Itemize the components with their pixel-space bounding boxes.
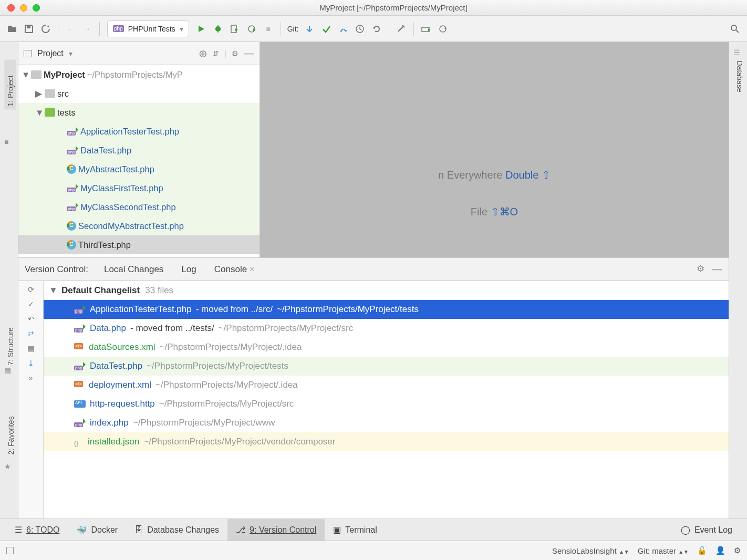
hide-panel-button[interactable]: —: [712, 263, 722, 275]
changelist-header[interactable]: ▼ Default Changelist 33 files: [44, 281, 729, 300]
changelist-name: Default Changelist: [61, 285, 140, 296]
tree-file[interactable]: ApplicationTesterTest.php: [18, 122, 260, 141]
tab-console[interactable]: Console ×: [212, 260, 257, 279]
folder-icon: ■: [4, 138, 8, 146]
statusbar: SensioLabsInsight ▲▼ Git: master ▲▼ 🔓 👤 …: [0, 541, 747, 560]
file-path: ~/PhpstormProjects/MyProject/src: [159, 399, 294, 409]
file-path: ~/PhpstormProjects/MyProject/.idea: [160, 342, 302, 352]
tree-file[interactable]: SecondMyAbstractTest.php: [18, 216, 260, 235]
tree-file[interactable]: MyClassFirstTest.php: [18, 179, 260, 198]
profile-button[interactable]: [244, 21, 260, 37]
close-window-button[interactable]: [7, 4, 15, 12]
changelist-row[interactable]: dataSources.xml ~/PhpstormProjects/MyPro…: [44, 338, 729, 357]
sync-button[interactable]: [38, 21, 54, 37]
collapse-button[interactable]: ⇵: [213, 49, 219, 58]
tree-file[interactable]: MyClassSecondTest.php: [18, 198, 260, 216]
inspector-icon[interactable]: 👤: [715, 546, 725, 555]
compare-icon[interactable]: ⇄: [28, 329, 34, 338]
project-view-icon: [24, 50, 32, 57]
lock-icon[interactable]: 🔓: [697, 546, 707, 555]
dropdown-icon[interactable]: ▾: [69, 49, 72, 58]
git-history-button[interactable]: [352, 21, 368, 37]
tree-file[interactable]: MyAbstractTest.php: [18, 160, 260, 179]
changelist-row[interactable]: ApplicationTesterTest.php - moved from .…: [44, 300, 729, 319]
git-label: Git:: [287, 25, 299, 33]
tab-docker[interactable]: 🐳Docker: [68, 519, 126, 541]
db-icon: 🗄: [134, 525, 143, 535]
gear-icon[interactable]: ⚙: [697, 263, 704, 275]
status-icon[interactable]: [6, 547, 14, 554]
search-button[interactable]: [727, 21, 743, 37]
forward-button[interactable]: →: [79, 21, 95, 37]
locate-button[interactable]: ⊕: [199, 47, 208, 60]
changelist-row[interactable]: DataTest.php ~/PhpstormProjects/MyProjec…: [44, 357, 729, 376]
open-button[interactable]: [4, 21, 20, 37]
titlebar: MyProject [~/PhpstormProjects/MyProject]: [0, 0, 747, 16]
debug-button[interactable]: [210, 21, 226, 37]
run-configuration-selector[interactable]: php PHPUnit Tests ▾: [107, 20, 189, 37]
tab-log[interactable]: Log: [179, 260, 198, 279]
tree-root[interactable]: ▼ MyProject ~/PhpstormProjects/MyP: [18, 65, 260, 84]
class-icon: [67, 221, 76, 231]
run-button[interactable]: [193, 21, 209, 37]
git-compare-button[interactable]: [335, 21, 351, 37]
git-revert-button[interactable]: [369, 21, 385, 37]
changelist-row[interactable]: Data.php - moved from ../tests/ ~/Phpsto…: [44, 319, 729, 338]
favorites-tool-tab[interactable]: 2: Favorites: [7, 400, 15, 455]
branch-icon: ⎇: [236, 525, 245, 535]
minimize-window-button[interactable]: [20, 4, 27, 12]
tab-db-changes[interactable]: 🗄Database Changes: [126, 519, 227, 541]
window-title: MyProject [~/PhpstormProjects/MyProject]: [40, 3, 747, 12]
changelist-row[interactable]: http-request.http ~/PhpstormProjects/MyP…: [44, 395, 729, 413]
deploy-button[interactable]: [418, 21, 434, 37]
tab-version-control[interactable]: ⎇9: Version Control: [227, 519, 325, 541]
stop-button[interactable]: ■: [261, 21, 276, 37]
php-file-icon: [67, 127, 78, 136]
sensio-widget[interactable]: SensioLabsInsight ▲▼: [552, 546, 629, 555]
git-branch-widget[interactable]: Git: master ▲▼: [638, 546, 689, 555]
changelist-count: 33 files: [145, 285, 173, 296]
project-tool-tab[interactable]: 1: Project: [5, 60, 16, 110]
maximize-window-button[interactable]: [33, 4, 40, 12]
reload-browser-button[interactable]: [435, 21, 451, 37]
structure-tool-tab[interactable]: 7: Structure: [6, 305, 15, 366]
commit-icon[interactable]: ✓: [28, 300, 34, 308]
tab-local-changes[interactable]: Local Changes: [102, 260, 165, 279]
traffic-lights: [0, 4, 40, 12]
changelist[interactable]: ▼ Default Changelist 33 files Applicatio…: [44, 281, 729, 518]
database-icon: ☰: [733, 48, 740, 57]
settings-button[interactable]: [393, 21, 409, 37]
save-button[interactable]: [21, 21, 37, 37]
git-commit-button[interactable]: [318, 21, 334, 37]
revert-icon[interactable]: ↶: [28, 315, 34, 323]
git-update-button[interactable]: [302, 21, 317, 37]
svg-rect-5: [422, 27, 429, 32]
tab-event-log[interactable]: ◯Event Log: [672, 519, 741, 541]
gear-icon[interactable]: ⚙: [232, 49, 238, 58]
hide-panel-button[interactable]: —: [244, 47, 254, 59]
file-name: ApplicationTesterTest.php: [90, 304, 192, 315]
changelist-row[interactable]: installed.json ~/PhpstormProjects/MyProj…: [44, 432, 729, 451]
database-tool-tab[interactable]: Database: [735, 61, 744, 116]
close-icon[interactable]: ×: [250, 264, 255, 274]
coverage-button[interactable]: [227, 21, 243, 37]
folder-icon: [45, 108, 55, 117]
file-name: index.php: [90, 418, 129, 428]
tree-file[interactable]: DataTest.php: [18, 141, 260, 160]
more-icon[interactable]: »: [29, 374, 33, 382]
settings-icon[interactable]: ⚙: [734, 546, 741, 555]
refresh-icon[interactable]: ⟳: [28, 285, 34, 294]
changelist-icon[interactable]: ▤: [27, 344, 34, 352]
shelve-icon[interactable]: ⤓: [28, 359, 34, 367]
vcs-panel-label: Version Control:: [25, 264, 88, 275]
changelist-row[interactable]: deployment.xml ~/PhpstormProjects/MyProj…: [44, 376, 729, 395]
docker-icon: 🐳: [76, 525, 87, 535]
tab-todo[interactable]: ☰6: TODO: [6, 519, 68, 541]
changelist-row[interactable]: index.php ~/PhpstormProjects/MyProject/w…: [44, 413, 729, 432]
tree-file-selected[interactable]: ThirdTest.php: [18, 235, 260, 254]
tab-terminal[interactable]: ▣Terminal: [325, 519, 385, 541]
tree-tests-folder[interactable]: ▼ tests: [18, 103, 260, 122]
back-button[interactable]: ←: [63, 21, 78, 37]
json-file-icon: [74, 438, 84, 446]
tree-src-folder[interactable]: ▶ src: [18, 84, 260, 103]
